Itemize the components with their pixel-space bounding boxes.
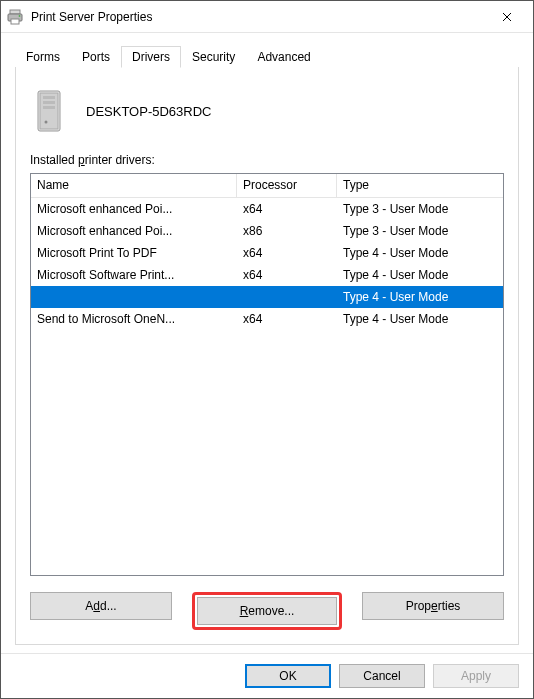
cancel-button[interactable]: Cancel (339, 664, 425, 688)
tab-ports[interactable]: Ports (71, 46, 121, 67)
driver-processor: x64 (237, 246, 337, 260)
driver-processor: x64 (237, 202, 337, 216)
server-name: DESKTOP-5D63RDC (86, 104, 211, 119)
driver-processor: x64 (237, 312, 337, 326)
svg-rect-0 (10, 10, 20, 14)
driver-type: Type 4 - User Mode (337, 268, 503, 282)
driver-name: Send to Microsoft OneN... (31, 312, 237, 326)
driver-row[interactable]: Microsoft enhanced Poi...x64Type 3 - Use… (31, 198, 503, 220)
svg-point-9 (45, 121, 48, 124)
driver-row[interactable]: Type 4 - User Mode (31, 286, 503, 308)
tab-advanced[interactable]: Advanced (246, 46, 321, 67)
driver-type: Type 4 - User Mode (337, 312, 503, 326)
titlebar: Print Server Properties (1, 1, 533, 33)
driver-name: Microsoft Print To PDF (31, 246, 237, 260)
window-title: Print Server Properties (31, 10, 487, 24)
svg-rect-6 (43, 96, 55, 99)
driver-row[interactable]: Microsoft enhanced Poi...x86Type 3 - Use… (31, 220, 503, 242)
driver-type: Type 3 - User Mode (337, 202, 503, 216)
remove-button[interactable]: Remove... (197, 597, 337, 625)
apply-button: Apply (433, 664, 519, 688)
properties-button[interactable]: Properties (362, 592, 504, 620)
listview-body: Microsoft enhanced Poi...x64Type 3 - Use… (31, 198, 503, 575)
dialog-button-row: OK Cancel Apply (1, 653, 533, 698)
driver-type: Type 3 - User Mode (337, 224, 503, 238)
tab-security[interactable]: Security (181, 46, 246, 67)
add-button[interactable]: Add... (30, 592, 172, 620)
drivers-listview[interactable]: Name Processor Type Microsoft enhanced P… (30, 173, 504, 576)
listview-header: Name Processor Type (31, 174, 503, 198)
column-header-type[interactable]: Type (337, 174, 503, 198)
driver-name: Microsoft enhanced Poi... (31, 202, 237, 216)
tab-drivers[interactable]: Drivers (121, 46, 181, 68)
tab-page-drivers: DESKTOP-5D63RDC Installed printer driver… (15, 67, 519, 645)
close-button[interactable] (487, 3, 527, 31)
driver-type: Type 4 - User Mode (337, 290, 503, 304)
driver-processor: x86 (237, 224, 337, 238)
driver-name: Microsoft enhanced Poi... (31, 224, 237, 238)
print-server-properties-window: Print Server Properties Forms Ports Driv… (0, 0, 534, 699)
tab-forms[interactable]: Forms (15, 46, 71, 67)
svg-rect-2 (11, 19, 19, 24)
svg-rect-7 (43, 101, 55, 104)
column-header-processor[interactable]: Processor (237, 174, 337, 198)
ok-button[interactable]: OK (245, 664, 331, 688)
svg-rect-8 (43, 106, 55, 109)
driver-processor: x64 (237, 268, 337, 282)
server-row: DESKTOP-5D63RDC (30, 83, 504, 153)
remove-button-highlight: Remove... (192, 592, 342, 630)
driver-row[interactable]: Microsoft Print To PDFx64Type 4 - User M… (31, 242, 503, 264)
driver-type: Type 4 - User Mode (337, 246, 503, 260)
column-header-name[interactable]: Name (31, 174, 237, 198)
driver-action-buttons: Add... Remove... Properties (30, 592, 504, 630)
close-icon (502, 12, 512, 22)
driver-row[interactable]: Send to Microsoft OneN...x64Type 4 - Use… (31, 308, 503, 330)
tabstrip: Forms Ports Drivers Security Advanced (15, 43, 519, 67)
installed-drivers-label: Installed printer drivers: (30, 153, 504, 167)
printer-icon (7, 9, 23, 25)
client-area: Forms Ports Drivers Security Advanced (1, 33, 533, 653)
svg-point-3 (19, 15, 21, 17)
server-tower-icon (32, 89, 68, 133)
driver-name: Microsoft Software Print... (31, 268, 237, 282)
driver-row[interactable]: Microsoft Software Print...x64Type 4 - U… (31, 264, 503, 286)
